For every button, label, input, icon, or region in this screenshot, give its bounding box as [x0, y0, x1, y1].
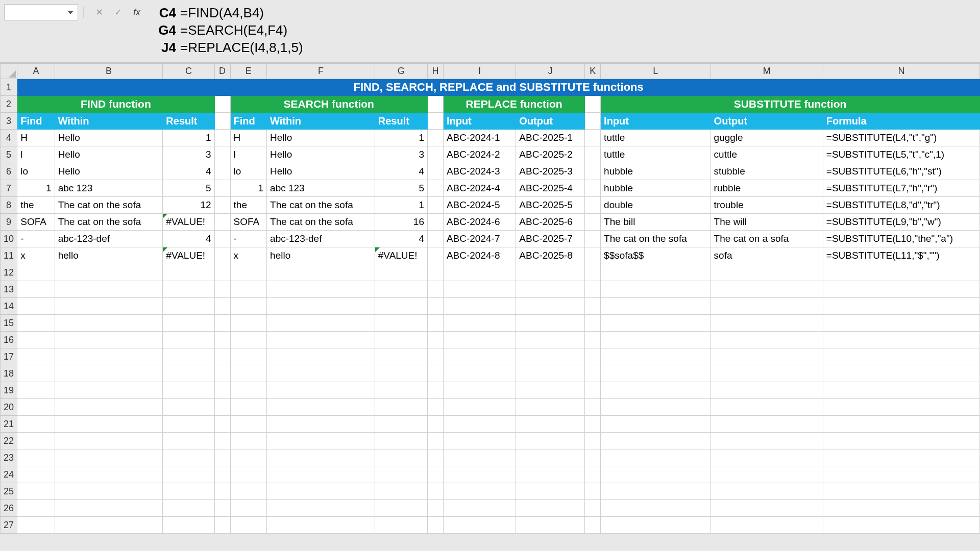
cell[interactable]	[375, 517, 427, 534]
cell[interactable]	[443, 399, 516, 416]
cancel-icon[interactable]: ✕	[95, 7, 103, 18]
cell[interactable]: ABC-2024-6	[443, 214, 516, 231]
row-header[interactable]: 24	[1, 466, 17, 483]
cell[interactable]	[585, 332, 601, 348]
cell[interactable]: tuttle	[601, 130, 711, 146]
cell[interactable]: ABC-2024-5	[443, 197, 516, 214]
cell[interactable]	[710, 416, 823, 433]
cell[interactable]: SOFA	[17, 214, 55, 231]
cell[interactable]	[17, 449, 55, 466]
cell[interactable]	[230, 281, 267, 298]
col-header-A[interactable]: A	[17, 64, 55, 79]
cell[interactable]	[710, 517, 823, 534]
col-header-K[interactable]: K	[585, 64, 601, 79]
cell[interactable]: ABC-2025-4	[516, 180, 585, 197]
cell[interactable]	[375, 264, 427, 281]
row-header[interactable]: 27	[1, 517, 17, 534]
cell[interactable]	[516, 466, 585, 483]
cell[interactable]	[585, 500, 601, 517]
cell[interactable]	[585, 416, 601, 433]
cell[interactable]	[214, 433, 230, 449]
cell[interactable]	[823, 281, 979, 298]
cell[interactable]	[710, 433, 823, 449]
cell[interactable]	[427, 281, 443, 298]
cell[interactable]: 3	[163, 146, 214, 163]
cell[interactable]	[163, 483, 214, 500]
cell[interactable]	[710, 348, 823, 365]
cell[interactable]	[585, 399, 601, 416]
row-header[interactable]: 22	[1, 433, 17, 449]
cell[interactable]	[443, 500, 516, 517]
cell[interactable]: 16	[375, 214, 427, 231]
cell[interactable]	[585, 433, 601, 449]
cell[interactable]	[267, 348, 375, 365]
cell[interactable]: double	[601, 197, 711, 214]
cell[interactable]	[427, 315, 443, 332]
cell[interactable]	[427, 197, 443, 214]
cell[interactable]	[55, 449, 163, 466]
cell[interactable]	[516, 416, 585, 433]
cell[interactable]	[267, 382, 375, 399]
cell[interactable]	[823, 517, 979, 534]
cell[interactable]	[601, 517, 711, 534]
cell[interactable]	[601, 449, 711, 466]
cell[interactable]	[710, 449, 823, 466]
cell[interactable]	[601, 466, 711, 483]
cell[interactable]	[823, 416, 979, 433]
cell[interactable]	[230, 348, 267, 365]
cell[interactable]	[230, 483, 267, 500]
cell[interactable]	[267, 433, 375, 449]
cell[interactable]	[267, 449, 375, 466]
cell[interactable]	[585, 315, 601, 332]
row-header[interactable]: 4	[1, 130, 17, 146]
cell[interactable]: 1	[375, 197, 427, 214]
cell[interactable]	[17, 466, 55, 483]
cell[interactable]	[375, 382, 427, 399]
cell[interactable]: H	[230, 130, 267, 146]
col-header-B[interactable]: B	[55, 64, 163, 79]
cell[interactable]: Hello	[55, 130, 163, 146]
col-header-H[interactable]: H	[427, 64, 443, 79]
cell[interactable]	[17, 365, 55, 382]
cell[interactable]	[516, 365, 585, 382]
cell[interactable]: Hello	[267, 163, 375, 180]
cell[interactable]: #VALUE!	[163, 247, 214, 264]
cell[interactable]: l	[230, 146, 267, 163]
cell[interactable]: l	[17, 146, 55, 163]
cell[interactable]	[230, 315, 267, 332]
cell[interactable]	[585, 197, 601, 214]
cell[interactable]	[230, 264, 267, 281]
cell[interactable]	[823, 449, 979, 466]
col-header-D[interactable]: D	[214, 64, 230, 79]
cell[interactable]	[443, 298, 516, 315]
cell[interactable]	[375, 416, 427, 433]
cell[interactable]	[710, 281, 823, 298]
fx-icon[interactable]: fx	[133, 7, 140, 18]
cell[interactable]: $$sofa$$	[601, 247, 711, 264]
col-header-N[interactable]: N	[823, 64, 979, 79]
cell[interactable]	[516, 433, 585, 449]
cell[interactable]: 3	[375, 146, 427, 163]
cell[interactable]	[230, 382, 267, 399]
cell[interactable]	[585, 231, 601, 247]
cell[interactable]: =SUBSTITUTE(L4,"t","g")	[823, 130, 979, 146]
cell[interactable]	[17, 348, 55, 365]
cell[interactable]	[443, 264, 516, 281]
cell[interactable]: SOFA	[230, 214, 267, 231]
cell[interactable]: #VALUE!	[375, 247, 427, 264]
cell[interactable]	[17, 281, 55, 298]
cell[interactable]	[710, 382, 823, 399]
row-header[interactable]: 8	[1, 197, 17, 214]
cell[interactable]	[230, 332, 267, 348]
cell[interactable]	[585, 163, 601, 180]
cell[interactable]	[17, 382, 55, 399]
cell[interactable]	[601, 315, 711, 332]
cell[interactable]	[443, 517, 516, 534]
cell[interactable]	[427, 382, 443, 399]
cell[interactable]	[601, 332, 711, 348]
cell[interactable]	[823, 298, 979, 315]
cell[interactable]	[267, 500, 375, 517]
cell[interactable]: 4	[163, 231, 214, 247]
cell[interactable]	[823, 348, 979, 365]
cell[interactable]	[214, 247, 230, 264]
